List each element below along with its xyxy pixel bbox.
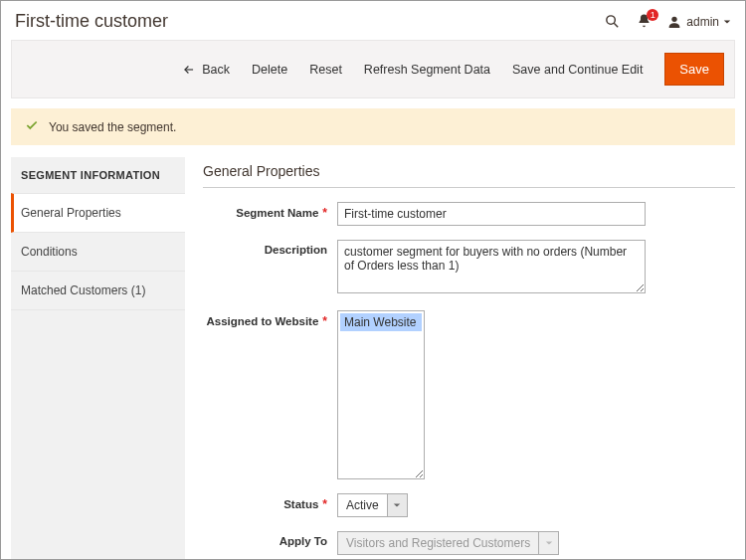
apply-to-select: Visitors and Registered Customers bbox=[337, 531, 559, 555]
main: SEGMENT INFORMATION General Properties C… bbox=[11, 157, 735, 560]
assigned-website-multiselect[interactable]: Main Website bbox=[337, 310, 425, 479]
header-icons: 1 admin bbox=[603, 13, 731, 31]
apply-to-caret bbox=[539, 531, 559, 555]
row-description: Description customer segment for buyers … bbox=[203, 240, 735, 296]
svg-line-1 bbox=[614, 23, 618, 27]
notification-badge: 1 bbox=[647, 9, 658, 21]
sidebar-item-matched-customers[interactable]: Matched Customers (1) bbox=[11, 272, 185, 310]
sidebar: SEGMENT INFORMATION General Properties C… bbox=[11, 157, 185, 560]
svg-point-0 bbox=[607, 16, 616, 24]
label-description: Description bbox=[203, 240, 337, 256]
admin-label: admin bbox=[686, 15, 719, 29]
row-segment-name: Segment Name* bbox=[203, 202, 735, 226]
search-icon[interactable] bbox=[603, 13, 621, 31]
website-option-main[interactable]: Main Website bbox=[340, 313, 422, 331]
admin-menu[interactable]: admin bbox=[666, 14, 731, 30]
check-icon bbox=[25, 118, 39, 135]
status-caret[interactable] bbox=[388, 493, 408, 517]
section-title: General Properties bbox=[203, 157, 735, 188]
success-message: You saved the segment. bbox=[11, 108, 735, 145]
status-value: Active bbox=[337, 493, 388, 517]
sidebar-item-conditions[interactable]: Conditions bbox=[11, 233, 185, 272]
save-continue-button[interactable]: Save and Continue Edit bbox=[512, 63, 643, 77]
row-assigned-website: Assigned to Website* Main Website bbox=[203, 310, 735, 479]
apply-to-value: Visitors and Registered Customers bbox=[337, 531, 539, 555]
page-title: First-time customer bbox=[15, 11, 603, 32]
label-segment-name: Segment Name* bbox=[203, 202, 337, 220]
sidebar-item-general-properties[interactable]: General Properties bbox=[11, 193, 185, 233]
save-button[interactable]: Save bbox=[664, 53, 724, 86]
svg-point-2 bbox=[672, 16, 677, 21]
success-text: You saved the segment. bbox=[49, 120, 176, 134]
label-assigned-website: Assigned to Website* bbox=[203, 310, 337, 328]
page-header: First-time customer 1 admin bbox=[1, 1, 745, 40]
status-select[interactable]: Active bbox=[337, 493, 408, 517]
chevron-down-icon bbox=[393, 501, 401, 509]
row-apply-to: Apply To Visitors and Registered Custome… bbox=[203, 531, 735, 555]
refresh-segment-button[interactable]: Refresh Segment Data bbox=[364, 63, 490, 77]
back-button[interactable]: Back bbox=[182, 63, 230, 77]
chevron-down-icon bbox=[545, 539, 553, 547]
sidebar-title: SEGMENT INFORMATION bbox=[11, 157, 185, 193]
description-textarea[interactable]: customer segment for buyers with no orde… bbox=[337, 240, 646, 293]
action-bar: Back Delete Reset Refresh Segment Data S… bbox=[11, 40, 735, 98]
arrow-left-icon bbox=[182, 63, 196, 77]
row-status: Status* Active bbox=[203, 493, 735, 517]
delete-button[interactable]: Delete bbox=[252, 63, 287, 77]
reset-button[interactable]: Reset bbox=[309, 63, 342, 77]
segment-name-input[interactable] bbox=[337, 202, 646, 226]
notifications-icon[interactable]: 1 bbox=[635, 13, 653, 31]
label-status: Status* bbox=[203, 493, 337, 511]
content: General Properties Segment Name* Descrip… bbox=[203, 157, 735, 560]
label-apply-to: Apply To bbox=[203, 531, 337, 547]
